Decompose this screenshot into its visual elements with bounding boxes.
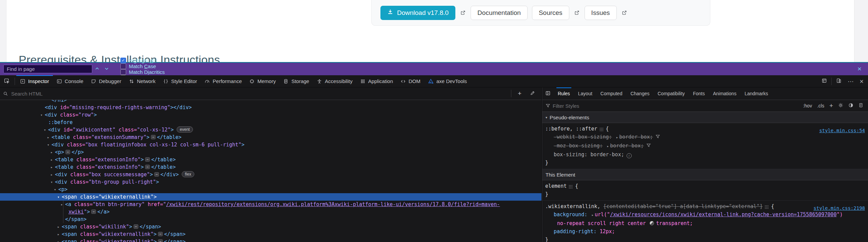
markup-row[interactable]: ▸<a class="btn btn-primary" href="/xwiki…: [0, 201, 541, 208]
sidebar-tab-landmarks[interactable]: Landmarks: [744, 87, 768, 100]
devtools-tab-style-editor[interactable]: Style Editor: [159, 75, 201, 87]
devtools-tab-performance[interactable]: Performance: [201, 75, 245, 87]
external-link-icon[interactable]: [622, 10, 627, 15]
external-link-icon[interactable]: [460, 10, 466, 15]
overridden-filter-icon[interactable]: [655, 134, 660, 139]
stylesheet-link[interactable]: style.min.css:2198: [813, 204, 865, 212]
twisty-icon[interactable]: ▾: [54, 186, 58, 194]
rule-selector[interactable]: [contenteditable="true"] a[data-linktype…: [604, 203, 763, 209]
overridden-filter-icon[interactable]: [646, 143, 651, 148]
sidebar-tab-animations[interactable]: Animations: [713, 87, 737, 100]
find-option-c[interactable]: Match Case: [120, 63, 165, 69]
twisty-icon[interactable]: ▸: [57, 223, 62, 231]
devtools-tab-inspector[interactable]: Inspector: [16, 75, 53, 87]
devtools-tab-dom[interactable]: DOM: [397, 75, 424, 87]
sidebar-toggle-button[interactable]: [542, 87, 554, 100]
value-twisty-icon[interactable]: ▸: [607, 144, 609, 148]
rule-selector[interactable]: element: [545, 183, 567, 189]
checkbox-checked-icon[interactable]: ✓: [120, 58, 126, 63]
twisty-icon[interactable]: ▸: [51, 156, 55, 164]
print-simulation-button[interactable]: [859, 103, 863, 109]
twisty-icon[interactable]: ▾: [57, 194, 62, 201]
markup-row[interactable]: </h1>: [0, 100, 541, 104]
markup-row[interactable]: ▸<div class="box successmessage">⋯</div>…: [0, 171, 541, 178]
markup-row[interactable]: ▸<table class="extensionSummary">⋯</tabl…: [0, 134, 541, 141]
rules-section-header[interactable]: This Element: [542, 169, 868, 180]
selector-highlighter-icon[interactable]: [765, 205, 769, 208]
section-collapse-icon[interactable]: ▾: [546, 116, 547, 119]
css-declaration[interactable]: box-sizing: border-box;i: [542, 150, 868, 159]
selector-highlighter-icon[interactable]: [600, 128, 604, 130]
sidebar-tab-layout[interactable]: Layout: [578, 87, 593, 100]
markup-row[interactable]: ::before: [0, 119, 541, 126]
devtools-tab-accessibility[interactable]: Accessibility: [313, 75, 356, 87]
eyedropper-button[interactable]: [527, 90, 538, 97]
devtools-tab-debugger[interactable]: Debugger: [87, 75, 125, 87]
checkbox-unchecked-icon[interactable]: [120, 69, 126, 75]
twisty-icon[interactable]: ▸: [57, 231, 62, 238]
twisty-icon[interactable]: ▸: [47, 134, 52, 141]
light-mode-button[interactable]: [838, 103, 843, 109]
find-previous-button[interactable]: [92, 65, 102, 74]
ellipsis-icon[interactable]: ⋯: [158, 232, 163, 236]
markup-row[interactable]: ▸<span class="wikiexternallink">⋯</span>: [0, 230, 541, 238]
find-option-a[interactable]: ✓Highlight All: [120, 58, 165, 63]
stylesheet-link[interactable]: style.min.css:54: [819, 126, 865, 135]
event-badge[interactable]: event: [177, 126, 193, 133]
twisty-icon[interactable]: ▾: [40, 112, 45, 119]
sidebar-tab-compatibility[interactable]: Compatibility: [657, 87, 685, 100]
markup-row[interactable]: ▾<div class="row">: [0, 111, 541, 119]
transparent-swatch-icon[interactable]: [650, 221, 654, 225]
sidebar-tab-rules[interactable]: Rules: [557, 87, 570, 100]
create-node-button[interactable]: +: [515, 90, 524, 97]
twisty-icon[interactable]: ▸: [51, 171, 55, 179]
documentation-button[interactable]: Documentation: [471, 6, 528, 20]
flex-badge[interactable]: flex: [182, 171, 194, 177]
markup-row[interactable]: ▾<div class="box floatinginfobox col-xs-…: [0, 141, 541, 148]
ellipsis-icon[interactable]: ⋯: [154, 172, 159, 177]
twisty-icon[interactable]: ▸: [51, 164, 55, 171]
rule-selector[interactable]: .wikiexternallink,: [545, 203, 604, 209]
find-next-button[interactable]: [102, 65, 111, 74]
markup-row[interactable]: </span>: [0, 216, 541, 223]
markup-row[interactable]: xwiki">⋯</a>: [0, 208, 541, 216]
find-input[interactable]: [3, 65, 92, 73]
markup-row[interactable]: ▾<div class="btn-group pull-right">: [0, 178, 541, 186]
ellipsis-icon[interactable]: ⋯: [145, 157, 150, 162]
class-panel-button[interactable]: .cls: [817, 103, 824, 108]
markup-row[interactable]: ▾<p>: [0, 186, 541, 193]
sidebar-tab-fonts[interactable]: Fonts: [693, 87, 705, 100]
download-button[interactable]: Download v17.8.0: [380, 6, 455, 20]
markup-row[interactable]: ▾<span class="wikiexternallink">: [0, 193, 541, 201]
filter-styles-input[interactable]: Filter Styles: [553, 103, 801, 109]
twisty-icon[interactable]: ▸: [51, 149, 55, 156]
ellipsis-icon[interactable]: ⋯: [145, 165, 150, 169]
add-rule-button[interactable]: +: [829, 102, 833, 109]
markup-row[interactable]: ▸<table class="extensionInfo">⋯</table>: [0, 156, 541, 163]
pick-element-button[interactable]: [0, 75, 13, 87]
devtools-tab-network[interactable]: Network: [125, 75, 159, 87]
checkbox-unchecked-icon[interactable]: [120, 63, 126, 69]
twisty-icon[interactable]: ▾: [51, 179, 55, 186]
sidebar-tab-changes[interactable]: Changes: [630, 87, 650, 100]
markup-row[interactable]: ▸<table class="extensionInfo">⋯</table>: [0, 163, 541, 171]
ellipsis-icon[interactable]: ⋯: [151, 135, 156, 139]
issues-button[interactable]: Issues: [585, 6, 617, 20]
rule-selector[interactable]: ::before, ::after: [545, 126, 597, 132]
devtools-tab-axe-devtools[interactable]: axaxe DevTools: [424, 75, 471, 87]
markup-row[interactable]: ▸<span class="wikiexternallink">⋯</span>: [0, 238, 541, 242]
value-twisty-icon[interactable]: ▸: [616, 135, 618, 140]
markup-row[interactable]: ▾<div id="xwikicontent" class="col-xs-12…: [0, 126, 541, 134]
devtools-close-button[interactable]: ×: [856, 78, 867, 85]
search-html-input[interactable]: [11, 90, 507, 97]
twisty-icon[interactable]: ▾: [47, 141, 52, 149]
devtools-tab-memory[interactable]: Memory: [245, 75, 279, 87]
ellipsis-icon[interactable]: ⋯: [134, 224, 138, 229]
rules-section-header[interactable]: ▾Pseudo-elements: [542, 112, 868, 123]
devtools-tab-console[interactable]: Console: [53, 75, 87, 87]
markup-row[interactable]: ▸<p>⋯</p>: [0, 148, 541, 156]
find-option-i[interactable]: Match Diacritics: [120, 69, 165, 75]
sidebar-tab-computed[interactable]: Computed: [600, 87, 623, 100]
markup-row[interactable]: ▸<span class="wikilink">⋯</span>: [0, 223, 541, 230]
devtools-tab-application[interactable]: Application: [356, 75, 397, 87]
